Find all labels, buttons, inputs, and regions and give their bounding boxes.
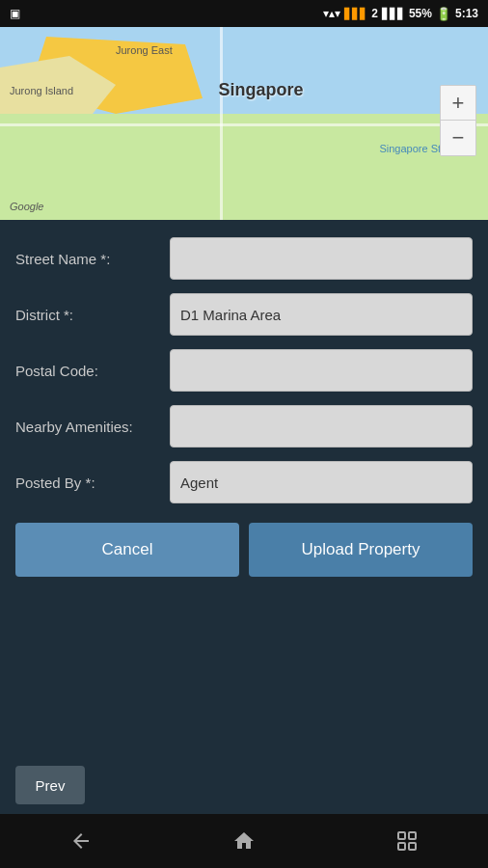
recent-apps-button[interactable] bbox=[388, 822, 426, 860]
postal-code-label: Postal Code: bbox=[15, 363, 160, 379]
status-bar: ▣ ▾▴▾ ▋▋▋ 2 ▋▋▋ 55% 🔋 5:13 bbox=[0, 0, 488, 27]
clock: 5:13 bbox=[455, 7, 478, 20]
map-land-main bbox=[0, 114, 488, 220]
upload-property-button[interactable]: Upload Property bbox=[249, 523, 473, 577]
signal-bars-icon: ▋▋▋ bbox=[344, 8, 367, 20]
map-label-jurong-east: Jurong East bbox=[116, 44, 173, 56]
battery-percent: 55% bbox=[409, 7, 432, 20]
map-zoom-in-button[interactable]: + bbox=[441, 86, 475, 121]
map-road-horizontal bbox=[0, 123, 488, 126]
cancel-button[interactable]: Cancel bbox=[15, 523, 239, 577]
posted-by-input[interactable] bbox=[170, 461, 473, 503]
district-row: District *: bbox=[15, 293, 473, 336]
navigation-bar bbox=[0, 814, 488, 868]
map-label-jurong-island: Jurong Island bbox=[10, 85, 73, 96]
postal-code-row: Postal Code: bbox=[15, 349, 473, 392]
status-bar-left: ▣ bbox=[10, 7, 317, 20]
svg-rect-3 bbox=[409, 843, 416, 850]
map-zoom-out-button[interactable]: − bbox=[441, 121, 475, 155]
nearby-amenities-row: Nearby Amenities: bbox=[15, 405, 473, 448]
action-buttons-row: Cancel Upload Property bbox=[15, 523, 473, 577]
svg-rect-1 bbox=[398, 843, 405, 850]
home-button[interactable] bbox=[225, 822, 263, 860]
svg-rect-0 bbox=[398, 832, 405, 839]
form-area: Street Name *: District *: Postal Code: … bbox=[0, 220, 488, 760]
district-input[interactable] bbox=[170, 293, 473, 336]
back-button[interactable] bbox=[62, 822, 100, 860]
posted-by-label: Posted By *: bbox=[15, 475, 160, 491]
postal-code-input[interactable] bbox=[170, 349, 473, 392]
street-name-input[interactable] bbox=[170, 237, 473, 280]
svg-rect-2 bbox=[409, 832, 416, 839]
nearby-amenities-label: Nearby Amenities: bbox=[15, 419, 160, 435]
nearby-amenities-input[interactable] bbox=[170, 405, 473, 448]
map-background: Singapore Jurong East Jurong Island Sing… bbox=[0, 27, 488, 220]
posted-by-row: Posted By *: bbox=[15, 461, 473, 503]
district-label: District *: bbox=[15, 307, 160, 323]
screen-icon: ▣ bbox=[10, 7, 20, 20]
prev-row: Prev bbox=[0, 760, 488, 814]
street-name-label: Street Name *: bbox=[15, 251, 160, 267]
prev-button[interactable]: Prev bbox=[15, 766, 85, 804]
map-container: Singapore Jurong East Jurong Island Sing… bbox=[0, 27, 488, 220]
map-label-singapore: Singapore bbox=[219, 80, 304, 100]
map-road-vertical bbox=[220, 27, 223, 220]
wifi-icon: ▾▴▾ bbox=[323, 7, 340, 20]
status-icons: ▾▴▾ ▋▋▋ 2 ▋▋▋ 55% 🔋 5:13 bbox=[323, 7, 478, 21]
street-name-row: Street Name *: bbox=[15, 237, 473, 280]
map-google-logo: Google bbox=[10, 201, 43, 212]
signal-bars-2-icon: ▋▋▋ bbox=[382, 8, 405, 20]
sim-slot-icon: 2 bbox=[371, 7, 378, 20]
map-controls: + − bbox=[440, 85, 476, 156]
battery-icon: 🔋 bbox=[436, 7, 451, 21]
